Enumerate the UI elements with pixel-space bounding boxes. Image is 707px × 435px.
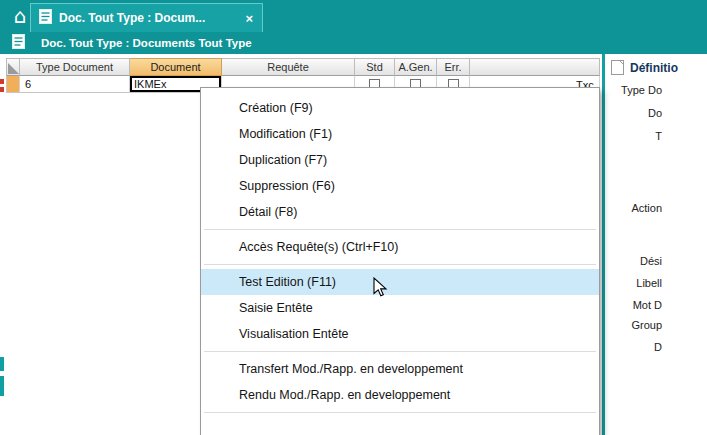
column-header-requete[interactable]: Requête — [222, 58, 355, 76]
menu-item-test-edition[interactable]: Test Edition (F11) — [201, 269, 599, 295]
form-label-groupe: Group — [631, 319, 662, 331]
window-subtitle: Doc. Tout Type : Documents Tout Type — [41, 37, 252, 49]
column-header-type-document[interactable]: Type Document — [20, 58, 130, 76]
title-bar: ⌂ Doc. Tout Type : Docum... × — [0, 0, 707, 32]
row-selection-marker[interactable] — [6, 76, 20, 93]
menu-item-saisie-entete[interactable]: Saisie Entête — [201, 295, 599, 321]
column-header-document[interactable]: Document — [130, 58, 222, 76]
form-label-type: T — [655, 130, 662, 142]
grid-header-row: Type Document Document Requête Std A.Gen… — [6, 58, 600, 76]
document-icon — [12, 34, 25, 53]
window-subtitle-bar: Doc. Tout Type : Documents Tout Type — [0, 32, 707, 54]
panel-title: Définitio — [630, 61, 678, 75]
form-label-document: Do — [648, 107, 662, 119]
menu-separator — [204, 229, 596, 230]
menu-item-suppression[interactable]: Suppression (F6) — [201, 173, 599, 199]
panel-splitter[interactable] — [602, 54, 605, 435]
form-label-type-document: Type Do — [621, 84, 662, 96]
form-label-designation: Dési — [640, 255, 662, 267]
form-label-mot-directeur: Mot D — [633, 299, 662, 311]
menu-separator — [204, 351, 596, 352]
column-header-std[interactable]: Std — [355, 58, 395, 76]
corner-triangle-icon — [8, 63, 19, 74]
edge-marker-teal — [0, 357, 4, 371]
menu-item-rendu-mod-rapp[interactable]: Rendu Mod./Rapp. en developpement — [201, 382, 599, 408]
menu-item-duplication[interactable]: Duplication (F7) — [201, 147, 599, 173]
menu-item-modification[interactable]: Modification (F1) — [201, 121, 599, 147]
menu-item-transfert-mod-rapp[interactable]: Transfert Mod./Rapp. en developpement — [201, 356, 599, 382]
home-icon[interactable]: ⌂ — [9, 3, 31, 29]
form-label-d: D — [654, 341, 662, 353]
column-header-err[interactable]: Err. — [437, 58, 470, 76]
mouse-cursor — [373, 277, 389, 303]
menu-separator — [204, 264, 596, 265]
menu-item-creation[interactable]: Création (F9) — [201, 95, 599, 121]
column-header-filler — [470, 58, 600, 76]
column-header-agen[interactable]: A.Gen. — [395, 58, 437, 76]
document-tab[interactable]: Doc. Tout Type : Docum... × — [30, 3, 263, 32]
menu-item-visualisation-entete[interactable]: Visualisation Entête — [201, 321, 599, 347]
context-menu: Création (F9) Modification (F1) Duplicat… — [200, 87, 600, 435]
tab-title: Doc. Tout Type : Docum... — [59, 11, 205, 25]
edge-marker-red — [0, 79, 4, 84]
page-icon — [611, 60, 624, 79]
menu-separator — [204, 412, 596, 413]
edge-marker-teal — [0, 376, 4, 396]
form-label-action: Action — [631, 202, 662, 214]
form-label-libelle: Libell — [636, 277, 662, 289]
grid-corner-cell[interactable] — [6, 58, 20, 76]
menu-item-detail[interactable]: Détail (F8) — [201, 199, 599, 225]
cell-type-document[interactable]: 6 — [20, 76, 130, 93]
document-icon — [39, 9, 52, 28]
edge-marker-red — [0, 87, 4, 92]
menu-item-acces-requetes[interactable]: Accès Requête(s) (Ctrl+F10) — [201, 234, 599, 260]
tab-close-icon[interactable]: × — [245, 11, 253, 26]
